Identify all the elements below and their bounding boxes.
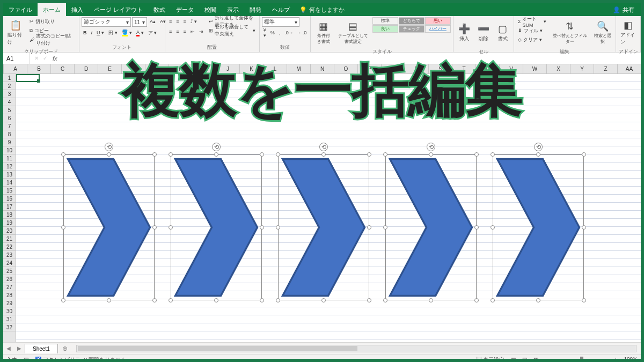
style-check[interactable]: チェック セ… (399, 25, 425, 33)
column-header[interactable]: F (122, 64, 145, 73)
align-center-button[interactable]: ≡ (174, 27, 180, 36)
resize-handle[interactable] (152, 298, 157, 302)
column-header[interactable]: C (51, 64, 75, 73)
column-header[interactable]: G (145, 64, 169, 73)
resize-handle[interactable] (582, 225, 586, 230)
resize-handle[interactable] (367, 225, 371, 230)
column-header[interactable]: A (4, 64, 27, 73)
format-painter-button[interactable]: 🖌書式のコピー/貼り付け (28, 35, 77, 44)
resize-handle[interactable] (61, 298, 65, 302)
row-header[interactable]: 18 (3, 211, 16, 219)
orientation-button[interactable]: ⤴ ▾ (189, 17, 199, 26)
row-header[interactable]: 20 (3, 227, 16, 235)
row-header[interactable]: 22 (3, 243, 16, 251)
insert-cells-button[interactable]: ➕挿入 (456, 17, 473, 47)
percent-format-button[interactable]: % (269, 28, 276, 37)
autosum-button[interactable]: Σオート SUM ▾ (516, 17, 548, 26)
resize-handle[interactable] (367, 152, 371, 157)
style-hyperlink[interactable]: ハイパーリ… (425, 25, 451, 33)
row-header[interactable]: 27 (3, 283, 16, 291)
row-header[interactable]: 16 (3, 195, 16, 203)
column-header[interactable]: V (500, 64, 523, 73)
rotate-handle[interactable]: ⟲ (105, 143, 113, 151)
resize-handle[interactable] (582, 298, 586, 302)
conditional-formatting-button[interactable]: ▦ 条件付き書式 (313, 17, 334, 47)
font-name-select[interactable]: 游ゴシック▾ (82, 17, 131, 27)
enter-icon[interactable]: ✓ (41, 55, 49, 61)
row-header[interactable]: 7 (3, 122, 16, 130)
resize-handle[interactable] (474, 152, 479, 157)
align-right-button[interactable]: ≡ (181, 27, 187, 36)
resize-handle[interactable] (491, 152, 495, 157)
row-header[interactable]: 31 (3, 315, 16, 323)
resize-handle[interactable] (61, 152, 65, 157)
row-header[interactable]: 30 (3, 307, 16, 315)
row-header[interactable]: 3 (3, 90, 16, 98)
resize-handle[interactable] (276, 152, 280, 157)
row-header[interactable]: 26 (3, 275, 16, 283)
rotate-handle[interactable]: ⟲ (427, 143, 435, 151)
resize-handle[interactable] (61, 225, 65, 230)
italic-button[interactable]: I (89, 28, 94, 37)
rotate-handle[interactable]: ⟲ (212, 143, 221, 151)
increase-decimal-button[interactable]: .0→ (283, 28, 295, 37)
accessibility-status[interactable]: ♿ アクセシビリティ: 問題ありません (35, 356, 126, 363)
new-sheet-button[interactable]: ⊕ (58, 345, 72, 352)
resize-handle[interactable] (152, 225, 157, 230)
column-header[interactable]: U (476, 64, 500, 73)
column-header[interactable]: L (264, 64, 287, 73)
view-normal-button[interactable]: ▦ (511, 357, 516, 362)
cancel-icon[interactable]: ✕ (32, 55, 41, 61)
row-header[interactable]: 15 (3, 187, 16, 195)
chevron-shape[interactable]: ⟲ (385, 154, 477, 300)
row-header[interactable]: 4 (3, 98, 16, 106)
row-header[interactable]: 14 (3, 179, 16, 187)
tab-data[interactable]: データ (171, 3, 199, 16)
resize-handle[interactable] (276, 298, 280, 302)
row-header[interactable]: 21 (3, 235, 16, 243)
row-header[interactable]: 32 (3, 323, 16, 331)
addins-button[interactable]: ◧アドイン (618, 17, 638, 47)
resize-handle[interactable] (474, 225, 479, 230)
number-format-select[interactable]: 標準▾ (262, 17, 299, 27)
formula-input[interactable] (61, 55, 639, 62)
sort-filter-button[interactable]: ⇅並べ替えとフィルター (550, 17, 589, 47)
tab-insert[interactable]: 挿入 (66, 3, 89, 16)
align-top-button[interactable]: ≡ (167, 17, 173, 26)
column-header[interactable]: D (75, 64, 98, 73)
row-header[interactable]: 17 (3, 203, 16, 211)
resize-handle[interactable] (582, 152, 586, 157)
resize-handle[interactable] (383, 152, 387, 157)
row-header[interactable]: 19 (3, 219, 16, 227)
sheet-nav-prev[interactable]: ◀ (3, 345, 14, 351)
phonetic-button[interactable]: ア ▾ (147, 28, 159, 37)
column-header[interactable]: T (452, 64, 476, 73)
column-header[interactable]: AA (618, 64, 641, 73)
row-header[interactable]: 29 (3, 299, 16, 307)
zoom-slider[interactable] (554, 359, 608, 360)
column-header[interactable]: J (216, 64, 240, 73)
decrease-decimal-button[interactable]: ←.0 (296, 28, 309, 37)
merge-center-button[interactable]: ⊞セルを結合して中央揃え ▾ (207, 26, 257, 35)
row-header[interactable]: 24 (3, 259, 16, 267)
resize-handle[interactable] (367, 298, 371, 302)
style-good[interactable]: 良い (372, 25, 398, 33)
border-button[interactable]: 田 ▾ (107, 28, 119, 37)
resize-handle[interactable] (107, 298, 111, 302)
resize-handle[interactable] (321, 298, 326, 302)
format-cells-button[interactable]: ▢書式 (494, 17, 511, 47)
column-header[interactable]: M (287, 64, 311, 73)
resize-handle[interactable] (321, 152, 326, 157)
column-header[interactable]: P (358, 64, 382, 73)
bold-button[interactable]: B (82, 28, 89, 37)
share-button[interactable]: 👤 共有 (606, 6, 641, 14)
row-header[interactable]: 8 (3, 130, 16, 138)
row-header[interactable]: 2 (3, 82, 16, 90)
font-color-button[interactable]: A▾ (135, 28, 145, 37)
row-header[interactable]: 10 (3, 146, 16, 154)
zoom-out-button[interactable]: − (545, 357, 548, 362)
row-header[interactable]: 25 (3, 267, 16, 275)
comma-format-button[interactable]: , (277, 28, 282, 37)
view-pagebreak-button[interactable]: ▥ (533, 357, 538, 362)
indent-decrease-button[interactable]: ⇤ (189, 27, 196, 36)
